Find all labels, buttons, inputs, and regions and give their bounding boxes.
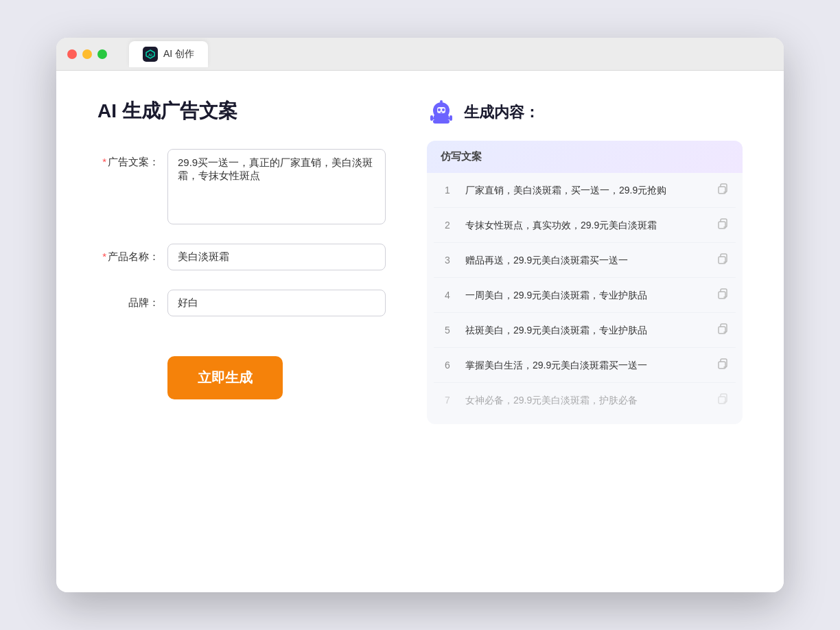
product-name-input[interactable] [167, 244, 386, 270]
browser-content: AI 生成广告文案 *广告文案： 29.9买一送一，真正的厂家直销，美白淡斑霜，… [56, 71, 784, 592]
result-item: 3赠品再送，29.9元美白淡斑霜买一送一 [434, 243, 736, 278]
copy-icon[interactable] [715, 357, 729, 373]
result-text: 赠品再送，29.9元美白淡斑霜买一送一 [465, 253, 704, 268]
svg-rect-11 [450, 115, 452, 121]
browser-window: AI AI 创作 AI 生成广告文案 *广告文案： 29.9买一送一，真正的厂家… [56, 38, 784, 592]
brand-row: 品牌： [97, 290, 386, 316]
copy-icon[interactable] [715, 322, 729, 338]
result-text: 一周美白，29.9元美白淡斑霜，专业护肤品 [465, 288, 704, 303]
right-panel: 生成内容： 仿写文案 1厂家直销，美白淡斑霜，买一送一，29.9元抢购 2专抹女… [427, 98, 743, 558]
copy-icon[interactable] [715, 252, 729, 268]
result-number: 1 [441, 185, 454, 196]
svg-point-5 [442, 108, 445, 111]
result-number: 7 [441, 395, 454, 406]
result-item: 5祛斑美白，29.9元美白淡斑霜，专业护肤品 [434, 313, 736, 348]
svg-point-8 [440, 100, 443, 103]
tab-bar: AI AI 创作 [129, 41, 208, 67]
tab-label: AI 创作 [163, 48, 194, 60]
page-title: AI 生成广告文案 [97, 98, 386, 124]
product-name-label: *产品名称： [97, 244, 159, 264]
required-star-1: * [102, 156, 106, 167]
title-bar: AI AI 创作 [56, 38, 784, 71]
svg-rect-6 [441, 112, 443, 113]
result-item: 2专抹女性斑点，真实功效，29.9元美白淡斑霜 [434, 208, 736, 243]
result-number: 3 [441, 255, 454, 266]
brand-label: 品牌： [97, 290, 159, 310]
maximize-button[interactable] [97, 49, 107, 59]
result-item: 6掌握美白生活，29.9元美白淡斑霜买一送一 [434, 348, 736, 383]
copy-icon[interactable] [715, 217, 729, 233]
result-list: 1厂家直销，美白淡斑霜，买一送一，29.9元抢购 2专抹女性斑点，真实功效，29… [427, 173, 743, 417]
copy-icon[interactable] [715, 392, 729, 408]
result-text: 专抹女性斑点，真实功效，29.9元美白淡斑霜 [465, 218, 704, 233]
ai-tab[interactable]: AI AI 创作 [129, 41, 208, 67]
brand-input[interactable] [167, 290, 386, 316]
result-header: 生成内容： [427, 98, 743, 127]
required-star-2: * [102, 250, 106, 262]
ad-copy-row: *广告文案： 29.9买一送一，真正的厂家直销，美白淡斑霜，专抹女性斑点 [97, 149, 386, 224]
result-number: 6 [441, 360, 454, 371]
svg-point-4 [438, 108, 441, 111]
product-name-row: *产品名称： [97, 244, 386, 270]
result-item: 7女神必备，29.9元美白淡斑霜，护肤必备 [434, 383, 736, 417]
ad-copy-input[interactable]: 29.9买一送一，真正的厂家直销，美白淡斑霜，专抹女性斑点 [167, 149, 386, 224]
svg-text:AI: AI [148, 52, 152, 56]
close-button[interactable] [67, 49, 77, 59]
svg-rect-9 [433, 119, 450, 124]
copy-icon[interactable] [715, 182, 729, 198]
result-number: 4 [441, 290, 454, 301]
result-item: 1厂家直销，美白淡斑霜，买一送一，29.9元抢购 [434, 173, 736, 208]
traffic-lights [67, 49, 107, 59]
result-box: 仿写文案 1厂家直销，美白淡斑霜，买一送一，29.9元抢购 2专抹女性斑点，真实… [427, 141, 743, 424]
generate-button[interactable]: 立即生成 [167, 356, 283, 399]
ai-tab-icon: AI [143, 47, 158, 62]
result-item: 4一周美白，29.9元美白淡斑霜，专业护肤品 [434, 278, 736, 313]
result-number: 2 [441, 220, 454, 231]
result-text: 祛斑美白，29.9元美白淡斑霜，专业护肤品 [465, 323, 704, 338]
result-title: 生成内容： [464, 102, 539, 123]
left-panel: AI 生成广告文案 *广告文案： 29.9买一送一，真正的厂家直销，美白淡斑霜，… [97, 98, 386, 558]
minimize-button[interactable] [82, 49, 92, 59]
result-text: 厂家直销，美白淡斑霜，买一送一，29.9元抢购 [465, 183, 704, 198]
result-number: 5 [441, 325, 454, 336]
result-text: 掌握美白生活，29.9元美白淡斑霜买一送一 [465, 358, 704, 373]
result-table-header: 仿写文案 [427, 141, 743, 173]
svg-rect-10 [430, 115, 433, 121]
result-text: 女神必备，29.9元美白淡斑霜，护肤必备 [465, 393, 704, 408]
ad-copy-label: *广告文案： [97, 149, 159, 169]
robot-icon [427, 98, 456, 127]
copy-icon[interactable] [715, 287, 729, 303]
